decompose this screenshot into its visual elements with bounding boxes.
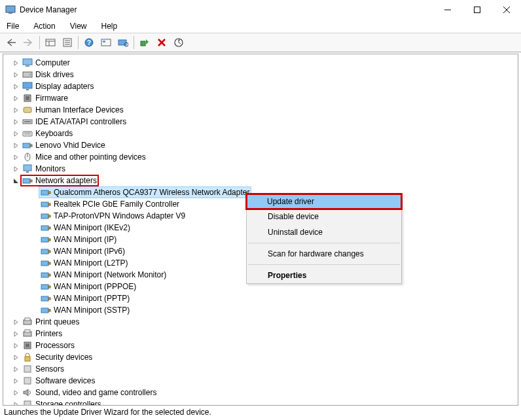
minimize-button[interactable] (433, 0, 462, 20)
net-icon (41, 281, 51, 292)
update-driver-button[interactable] (171, 35, 187, 50)
tree-device-label: WAN Miniport (IP) (54, 235, 117, 244)
svg-rect-42 (26, 171, 29, 173)
expand-icon[interactable] (12, 354, 19, 360)
expand-icon[interactable] (12, 142, 19, 149)
expand-icon[interactable] (12, 401, 19, 406)
display-icon (22, 81, 33, 92)
tree-device[interactable]: WAN Miniport (PPTP) (5, 292, 516, 304)
tree-category-label: Display adapters (35, 82, 94, 91)
titlebar: Device Manager (0, 0, 521, 20)
tree-category-label: Computer (35, 58, 70, 67)
svg-rect-41 (24, 165, 31, 171)
net-icon (41, 234, 51, 245)
ctx-properties[interactable]: Properties (247, 268, 401, 283)
expand-icon[interactable] (12, 389, 19, 396)
expand-icon[interactable] (12, 118, 19, 125)
tree-device-label: WAN Miniport (IPv6) (54, 247, 125, 256)
forward-button[interactable] (21, 35, 37, 50)
uninstall-device-button[interactable] (154, 35, 170, 50)
ctx-separator (248, 243, 400, 243)
tree-category[interactable]: Sensors (5, 363, 516, 375)
tree-category[interactable]: Lenovo Vhid Device (5, 139, 516, 151)
spacer (31, 236, 37, 243)
net-icon (22, 175, 33, 186)
refresh-button[interactable] (98, 35, 114, 50)
tree-category[interactable]: Computer (5, 57, 516, 69)
tree-category-label: Processors (35, 341, 75, 350)
tree-category[interactable]: Processors (5, 340, 516, 351)
properties-button[interactable] (60, 35, 75, 50)
net-icon (41, 270, 51, 280)
expand-icon[interactable] (12, 319, 19, 325)
tree-category[interactable]: Print queues (5, 316, 516, 328)
svg-rect-55 (41, 249, 48, 254)
expand-icon[interactable] (12, 107, 19, 113)
ctx-uninstall-device[interactable]: Uninstall device (247, 224, 401, 240)
tree-category[interactable]: Security devices (5, 351, 516, 363)
back-button[interactable] (4, 35, 20, 50)
tree-category-label: Network adapters (35, 176, 97, 185)
svg-rect-75 (24, 377, 31, 384)
menu-action[interactable]: Action (31, 20, 58, 32)
svg-rect-47 (41, 202, 48, 207)
maximize-button[interactable] (462, 0, 492, 20)
net-icon (41, 211, 51, 221)
menu-help[interactable]: Help (99, 20, 120, 32)
spacer (31, 189, 37, 196)
separator (78, 36, 79, 49)
tree-category[interactable]: Firmware (5, 92, 516, 104)
tree-device[interactable]: WAN Miniport (SSTP) (5, 304, 516, 316)
status-text: Launches the Update Driver Wizard for th… (4, 408, 211, 417)
tree-device-label: WAN Miniport (Network Monitor) (54, 270, 166, 279)
tree-category[interactable]: Printers (5, 328, 516, 340)
expand-icon[interactable] (12, 342, 19, 349)
tree-category[interactable]: Monitors (5, 163, 516, 175)
svg-rect-1 (9, 12, 12, 14)
ide-icon (22, 116, 33, 127)
svg-rect-54 (48, 239, 50, 241)
ctx-scan-hardware-changes[interactable]: Scan for hardware changes (247, 246, 401, 262)
expand-icon[interactable] (12, 377, 19, 384)
svg-rect-37 (23, 143, 30, 148)
spacer (31, 224, 37, 231)
expand-icon[interactable] (12, 130, 19, 137)
scan-changes-button[interactable] (115, 35, 131, 50)
collapse-icon[interactable] (12, 177, 19, 184)
cpu-icon (22, 340, 33, 351)
tree-category[interactable]: Storage controllers (5, 398, 516, 406)
svg-rect-27 (23, 82, 32, 88)
tree-category[interactable]: Mice and other pointing devices (5, 151, 516, 163)
expand-icon[interactable] (12, 60, 19, 66)
help-button[interactable]: ? (81, 35, 97, 50)
expand-icon[interactable] (12, 166, 19, 172)
svg-rect-60 (48, 274, 50, 276)
menu-file[interactable]: File (4, 20, 22, 32)
tree-category[interactable]: Human Interface Devices (5, 104, 516, 116)
tree-category[interactable]: Keyboards (5, 128, 516, 139)
expand-icon[interactable] (12, 95, 19, 101)
tree-device-label: TAP-ProtonVPN Windows Adapter V9 (54, 211, 185, 220)
statusbar: Launches the Update Driver Wizard for th… (0, 406, 521, 420)
separator (134, 36, 134, 49)
tree-category[interactable]: Display adapters (5, 80, 516, 92)
tree-category[interactable]: Sound, video and game controllers (5, 387, 516, 398)
net-icon (41, 187, 51, 198)
expand-icon[interactable] (12, 154, 19, 160)
tree-category[interactable]: IDE ATA/ATAPI controllers (5, 116, 516, 128)
print-icon (22, 317, 33, 327)
expand-icon[interactable] (12, 330, 19, 337)
expand-icon[interactable] (12, 71, 19, 78)
tree-category[interactable]: Network adapters (5, 175, 516, 186)
expand-icon[interactable] (12, 83, 19, 90)
tree-category[interactable]: Software devices (5, 375, 516, 387)
menu-view[interactable]: View (67, 20, 90, 32)
show-hide-console-button[interactable] (43, 35, 58, 50)
ctx-disable-device[interactable]: Disable device (247, 209, 401, 224)
close-button[interactable] (492, 0, 521, 20)
gen-icon (22, 399, 33, 406)
tree-category[interactable]: Disk drives (5, 69, 516, 80)
ctx-update-driver[interactable]: Update driver (246, 194, 402, 209)
expand-icon[interactable] (12, 366, 19, 372)
enable-device-button[interactable] (137, 35, 153, 50)
